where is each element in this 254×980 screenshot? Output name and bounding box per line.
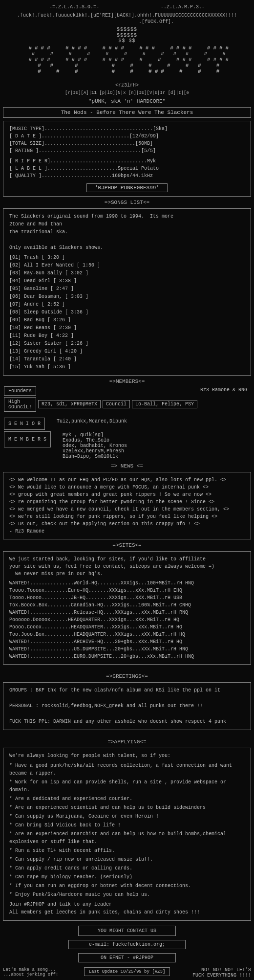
genre-line: "pUNK, skA 'n' HARDCORE" [2, 98, 252, 104]
contact-button-text: YOU MIGHT CONTACT US [98, 928, 156, 934]
applying-item: * Run a site T1+ with decent affils. [9, 847, 245, 855]
site-item: Toooo.Toooox........Euro-HQ.......XXXigs… [9, 587, 245, 594]
applying-item: * Can apply credit cards or calling card… [9, 865, 245, 872]
song-item: [15] Yuk-Yah [ 5:36 ] [9, 363, 245, 371]
song-item: [02] All I Ever Wanted [ 1:50 ] [9, 262, 245, 269]
footer-left: Let's make a song... ...about jerking of… [3, 967, 82, 977]
footer-mid: Last Update 10/25/99 by [RZ3] [84, 967, 170, 976]
contact-button[interactable]: YOU MIGHT CONTACT US [78, 926, 176, 936]
news-title: => NEWS <= [2, 463, 252, 469]
song-item: [05] Gasoline [ 2:47 ] [9, 285, 245, 293]
greetings-section: GROUPS : BKF thx for the new clash/nofn … [3, 682, 251, 730]
senior-label-text: S E N I O R [8, 421, 41, 426]
song-item: [04] Dead Girl [ 3:38 ] [9, 277, 245, 285]
contact-area: YOU MIGHT CONTACT US e-mail: fuckefuckti… [2, 924, 252, 964]
top-header: -=.Z.L.A.I.S.O.=- -.Z.L.A.M.P.3.- [2, 4, 252, 10]
footer-left2: ...about jerking off! [3, 972, 82, 977]
members-section: Founders Rz3 Ramone & RNG High cOunciL! … [3, 386, 251, 460]
site-item: WANTED!...............Release-HQ....XXXi… [9, 609, 245, 616]
fuck-line: .fuck!.fuck!.fuuuucklkk!.[uE'REI][bACK!]… [2, 12, 252, 25]
site-item: Toooo.Hoooo..........JB-HQ........XXXigs… [9, 594, 245, 601]
applying-item: * Enjoy Punk/Ska/Hardcore music you can … [9, 891, 245, 899]
site-item: Poooooo.Doooox......HEADQUARTER...XXXigs… [9, 616, 245, 624]
senior-label: S E N I O R [4, 418, 45, 430]
site-item: Too.Jooo.Box..........HEADQUARTER...XXXi… [9, 631, 245, 638]
version-line: <rz3lrH> [2, 82, 252, 89]
ripper-line: [ R I P P E R]..........................… [9, 157, 245, 165]
site-item: Poooo.Cooox..........HEADQUARTER...XXXig… [9, 624, 245, 631]
footer-mid-text: Last Update 10/25/99 by [RZ3] [89, 969, 166, 974]
news-line: <> We welcome TT as our EHQ and PC/ED as… [9, 476, 245, 484]
rjphop-title: 'RJPHOP PUNKH0RES99' [86, 183, 168, 192]
songs-list: [01] Trash [ 3:20 ][02] All I Ever Wante… [9, 254, 245, 371]
applying-item: * Can supply us Marijuana, Cocaine or ev… [9, 813, 245, 821]
song-item: [08] Sleep Outside [ 3:36 ] [9, 309, 245, 316]
applying-item: * If you can run an eggdrop or botnet wi… [9, 882, 245, 890]
info-section: [MUSIC TYPE]............................… [3, 121, 251, 197]
ascii-logo-area: $$$$$$ $$$$$$ $$ $$ [2, 27, 252, 44]
applying-item: * Are an experienced anarchist and can h… [9, 830, 245, 846]
song-item: [13] Greedy Girl [ 4:20 ] [9, 348, 245, 356]
song-item: [06] Dear Bossman, [ 3:03 ] [9, 293, 245, 301]
fuck-text: .fuck!.fuck!.fuuuucklkk!.[uE'REI][bACK!]… [2, 12, 252, 25]
news-line: <> We would like to announce a merge wit… [9, 484, 245, 491]
songs-desc-pre: The Slackers original sound from 1990 to… [9, 213, 245, 252]
top-ascii-left: -=.Z.L.A.I.S.O.=- [49, 4, 99, 10]
rjphop-label: 'RJPHOP PUNKH0RES99' [6, 183, 248, 192]
news-line: - Rz3 Ramone [9, 528, 245, 535]
news-block: <> We welcome TT as our EHQ and PC/ED as… [9, 476, 245, 535]
sites-intro: We just started back, looking for sites,… [9, 556, 245, 578]
members-label-text: M E M B E R S [8, 437, 46, 442]
songs-section: The Slackers original sound from 1990 to… [3, 208, 251, 376]
song-item: [03] Ray-Gun Sally [ 3:02 ] [9, 269, 245, 277]
site-item: WANTED!...............ARCHIVE-HQ....20+g… [9, 638, 245, 646]
footer-right: NO! NO! NO! LET'S FUCK EVERYTHING !!!! [172, 967, 251, 978]
applying-item: * Have a good punk/hc/ska/alt records co… [9, 762, 245, 778]
applying-item: * Are an experienced scientist and can h… [9, 804, 245, 812]
applying-intro-text: We're always looking for people with tal… [9, 752, 245, 760]
quality-line: [ QUALITY ]........................160bp… [9, 172, 245, 179]
label-line: [ L A B E L ]........................Spe… [9, 165, 245, 172]
greetings-pre: GROUPS : BKF thx for the new clash/nofn … [9, 687, 245, 726]
news-line: <> we're still looking for punk rippers,… [9, 513, 245, 520]
footer-left1: Let's make a song... [3, 967, 82, 972]
contact-enet-text: ON EFNET - #RJPHOP [101, 955, 153, 960]
site-item: Tox.Booox.Box........Canadian-HQ...XXXig… [9, 601, 245, 609]
members-value: Myk , quik[sg] Exodus, The_Solo odex, ba… [53, 431, 130, 460]
date-line: [ D A T E ].............................… [9, 133, 245, 140]
site-item: WANTED!...............EURO.DUMPSITE...20… [9, 653, 245, 660]
song-item: [01] Trash [ 3:20 ] [9, 254, 245, 262]
news-line: <> group with great members and great pu… [9, 491, 245, 498]
site-item: WANTED!...............World-HQ........XX… [9, 579, 245, 587]
applying-item: * Can bring Sid Vicious back to life ! [9, 822, 245, 829]
song-item: [07] Andre [ 2:52 ] [9, 301, 245, 309]
contact-email: e-mail: fuckefucktion.org; [68, 940, 186, 949]
news-line: <> re-organizing the group for better pw… [9, 498, 245, 506]
senior-row: S E N I O R Tuiz,punkx,Mcarec,Dipunk [4, 418, 250, 430]
high-tag: Lo-Ball, Felipe, PSY [132, 400, 197, 408]
site-item: WANTED!...............US.DUMPSITE...20+g… [9, 646, 245, 653]
greetings-title: =>GREETINGS<= [2, 673, 252, 679]
song-item: [11] Rude Boy [ 4:22 ] [9, 332, 245, 340]
songs-description: The Slackers original sound from 1990 to… [9, 213, 245, 252]
song-item: [12] Sister Sister [ 2:26 ] [9, 340, 245, 348]
song-item: [09] Bad Bug [ 3:26 ] [9, 316, 245, 324]
contact-enet: ON EFNET - #RJPHOP [78, 953, 176, 962]
top-ascii-right: -.Z.L.A.M.P.3.- [161, 4, 205, 10]
high-tag: Council [103, 400, 130, 408]
song-item: [10] Red Beans [ 2:30 ] [9, 324, 245, 332]
song-item: [14] Tarantula [ 2:40 ] [9, 356, 245, 363]
sites-section: We just started back, looking for sites,… [3, 551, 251, 665]
news-line: <> we merged we have a new council, chec… [9, 506, 245, 513]
sites-title: =>SITES<= [2, 542, 252, 548]
applying-outro: Join #RJPHOP and talk to any leader All … [9, 901, 245, 916]
subtitle: [r|IE][A]|11 [p|lO][N|x [n]|IE][V|E|Ir [… [65, 90, 189, 95]
high-label: High cOunciL! [4, 397, 36, 412]
senior-value: Tuiz,punkx,Mcarec,Dipunk [47, 418, 130, 425]
applying-item: * Are a dedicated and experienced courie… [9, 795, 245, 803]
high-tag: Rz3, sd1, xPR0pMeTX [38, 400, 101, 408]
greetings-text: GROUPS : BKF thx for the new clash/nofn … [9, 687, 245, 726]
big-logo-ascii: #### #### #### ### #### #### # # # # # #… [2, 45, 252, 81]
members-row-label: M E M B E R S [4, 431, 51, 447]
page: -=.Z.L.A.I.S.O.=- -.Z.L.A.M.P.3.- .fuck!… [0, 0, 254, 980]
